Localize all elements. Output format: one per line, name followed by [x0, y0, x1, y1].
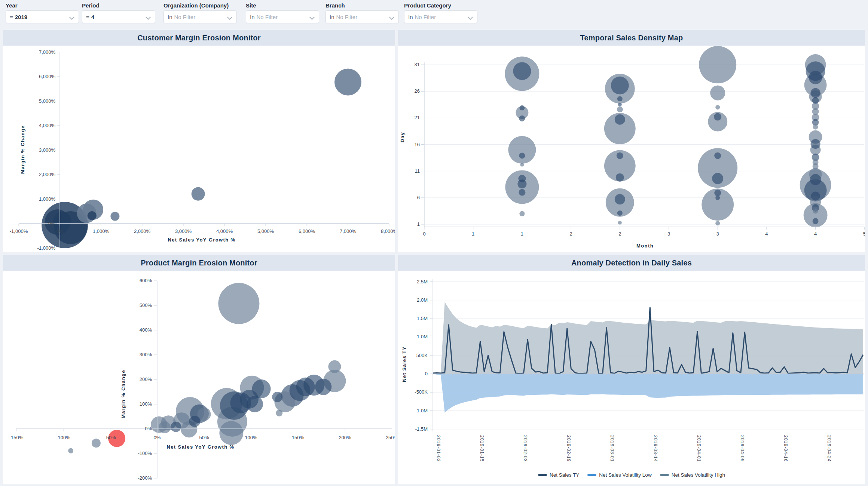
svg-text:100%: 100%	[140, 401, 152, 407]
svg-text:2: 2	[618, 231, 621, 237]
svg-text:-150%: -150%	[9, 435, 24, 440]
filter-site-label: Site	[246, 2, 256, 9]
legend-item-net-sales-ty[interactable]: Net Sales TY	[538, 472, 579, 478]
svg-text:0%: 0%	[154, 435, 161, 440]
chevron-down-icon	[468, 15, 473, 20]
filter-product-category-label: Product Category	[404, 2, 451, 9]
svg-text:1.5M: 1.5M	[417, 316, 428, 321]
svg-text:200%: 200%	[339, 435, 351, 440]
legend-swatch-icon	[660, 474, 669, 476]
svg-text:7,000%: 7,000%	[340, 228, 357, 234]
filter-product-category: Product Category In No Filter	[404, 0, 477, 29]
svg-text:2019-02-03: 2019-02-03	[523, 435, 528, 462]
dashboard: { "filters": [ {"label":"Year","op":"=",…	[0, 0, 868, 486]
svg-text:250%: 250%	[386, 435, 395, 440]
svg-text:0: 0	[425, 371, 428, 376]
svg-text:-1,000%: -1,000%	[37, 245, 56, 251]
anomaly-detection-chart[interactable]: Net Sales TY Net Sales Volatility Low Ne…	[398, 271, 865, 484]
svg-text:Net Sales YoY Growth %: Net Sales YoY Growth %	[166, 444, 234, 450]
svg-text:0: 0	[423, 231, 425, 237]
svg-text:Net Sales TY: Net Sales TY	[401, 346, 407, 382]
svg-text:100%: 100%	[245, 435, 257, 440]
svg-text:2019-03-14: 2019-03-14	[653, 435, 658, 462]
temporal-density-chart[interactable]: 0112233445161116212631MonthDay	[398, 46, 865, 252]
svg-text:2,000%: 2,000%	[39, 172, 56, 177]
svg-text:Day: Day	[400, 132, 405, 142]
svg-text:1.0M: 1.0M	[417, 334, 428, 339]
svg-text:1: 1	[417, 221, 420, 227]
product-margin-chart[interactable]: -150%-100%-50%0%50%100%150%200%250%600%5…	[3, 271, 395, 484]
svg-text:150%: 150%	[292, 435, 305, 440]
svg-text:1,000%: 1,000%	[39, 196, 56, 202]
chart-legend: Net Sales TY Net Sales Volatility Low Ne…	[398, 472, 865, 478]
panel-anomaly-detection: Anomaly Detection in Daily Sales Net Sal…	[398, 255, 865, 484]
svg-text:50%: 50%	[199, 435, 209, 440]
svg-text:2.5M: 2.5M	[417, 279, 428, 284]
filter-period: Period = 4	[82, 0, 155, 29]
chevron-down-icon	[69, 15, 74, 20]
svg-text:-1.5M: -1.5M	[415, 426, 428, 432]
panel-customer-margin: Customer Margin Erosion Monitor -1,000%0…	[3, 30, 395, 252]
svg-text:-200%: -200%	[138, 475, 152, 481]
svg-text:26: 26	[415, 88, 420, 94]
legend-swatch-icon	[538, 474, 547, 476]
chevron-down-icon	[309, 15, 315, 20]
svg-text:1: 1	[472, 231, 474, 237]
svg-text:2019-04-16: 2019-04-16	[783, 435, 788, 462]
svg-text:4,000%: 4,000%	[39, 123, 56, 128]
svg-text:1: 1	[521, 231, 523, 237]
panel-product-margin: Product Margin Erosion Monitor -150%-100…	[3, 255, 395, 484]
filter-period-label: Period	[82, 2, 100, 9]
filter-branch-select[interactable]: In No Filter	[326, 10, 399, 23]
svg-text:6,000%: 6,000%	[299, 228, 315, 234]
svg-text:2019-02-19: 2019-02-19	[566, 435, 571, 462]
customer-margin-chart[interactable]: -1,000%0%1,000%2,000%3,000%4,000%5,000%6…	[3, 46, 395, 252]
svg-text:3: 3	[667, 231, 670, 237]
svg-text:500K: 500K	[416, 353, 428, 358]
panel-title: Temporal Sales Density Map	[398, 30, 865, 46]
svg-text:3: 3	[716, 231, 719, 237]
svg-text:2019-04-09: 2019-04-09	[740, 435, 745, 462]
filter-organization-label: Organization (Company)	[163, 2, 229, 9]
filter-operator: In	[330, 14, 334, 20]
svg-text:16: 16	[415, 142, 420, 147]
svg-text:-100%: -100%	[56, 435, 70, 440]
svg-text:3,000%: 3,000%	[175, 228, 192, 234]
svg-text:2019-04-24: 2019-04-24	[826, 435, 832, 462]
svg-text:-1,000%: -1,000%	[10, 228, 28, 234]
svg-text:3,000%: 3,000%	[39, 147, 56, 153]
svg-text:11: 11	[415, 168, 420, 174]
filter-organization: Organization (Company) In No Filter	[163, 0, 237, 29]
svg-text:-1.0M: -1.0M	[415, 408, 428, 413]
filter-period-select[interactable]: = 4	[82, 10, 155, 23]
chevron-down-icon	[146, 15, 151, 20]
filter-year-label: Year	[6, 2, 18, 9]
svg-text:2,000%: 2,000%	[134, 228, 151, 234]
svg-text:400%: 400%	[140, 327, 152, 333]
legend-item-volatility-low[interactable]: Net Sales Volatility Low	[587, 472, 651, 478]
filter-product-category-select[interactable]: In No Filter	[404, 10, 477, 23]
svg-text:500%: 500%	[140, 302, 152, 308]
panel-temporal-density: Temporal Sales Density Map 0112233445161…	[398, 30, 865, 252]
svg-text:200%: 200%	[140, 376, 152, 382]
legend-swatch-icon	[587, 474, 596, 476]
filter-year-select[interactable]: = 2019	[6, 10, 79, 23]
filter-site: Site In No Filter	[246, 0, 319, 29]
panel-title: Anomaly Detection in Daily Sales	[398, 255, 865, 271]
filter-operator: =	[86, 14, 89, 20]
svg-text:600%: 600%	[140, 278, 152, 283]
svg-text:4: 4	[765, 231, 768, 237]
filter-year: Year = 2019	[6, 0, 79, 29]
svg-text:Margin % Change: Margin % Change	[120, 370, 126, 418]
panel-title: Product Margin Erosion Monitor	[3, 255, 395, 271]
filter-operator: In	[168, 14, 172, 20]
svg-text:Margin % Change: Margin % Change	[20, 125, 25, 174]
chevron-down-icon	[389, 15, 394, 20]
filter-site-select[interactable]: In No Filter	[246, 10, 319, 23]
filter-value: 4	[91, 14, 94, 20]
svg-text:0%: 0%	[56, 228, 64, 234]
filter-organization-select[interactable]: In No Filter	[163, 10, 237, 23]
legend-item-volatility-high[interactable]: Net Sales Volatility High	[660, 472, 725, 478]
svg-text:6,000%: 6,000%	[39, 74, 56, 79]
svg-text:300%: 300%	[140, 352, 152, 357]
